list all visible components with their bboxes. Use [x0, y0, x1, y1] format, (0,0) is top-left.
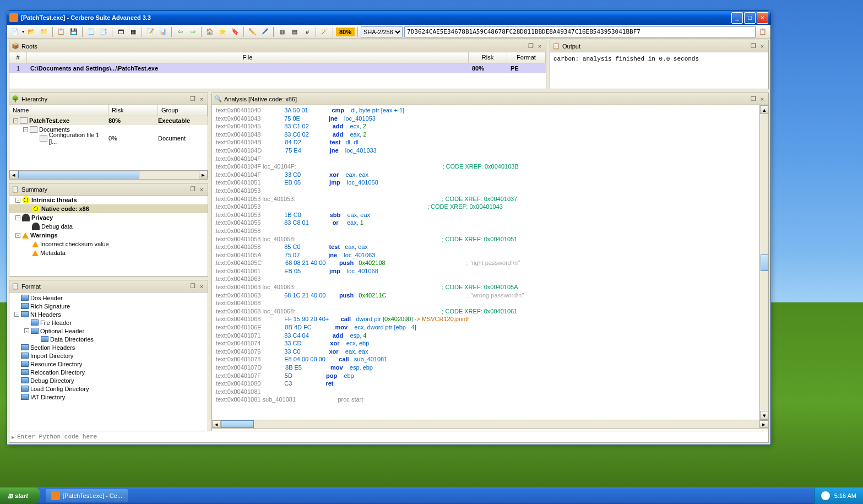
code-vscroll[interactable]: ▴▾: [759, 105, 768, 420]
taskbar-item[interactable]: [PatchTest.exe] - Ce...: [46, 489, 128, 502]
minimize-button[interactable]: _: [731, 12, 743, 24]
format-item[interactable]: Dos Header: [10, 294, 207, 302]
text-icon[interactable]: 📝: [145, 26, 156, 37]
copy-icon[interactable]: 📑: [98, 26, 109, 37]
code-hscroll[interactable]: ◂▸: [212, 420, 768, 429]
grid1-icon[interactable]: ▥: [276, 26, 287, 37]
csv-icon[interactable]: 📊: [158, 26, 169, 37]
hierarchy-icon: 🌳: [12, 95, 19, 103]
open-cfg-icon[interactable]: 📄: [9, 26, 20, 37]
format-item[interactable]: Relocation Directory: [10, 368, 207, 376]
system-tray[interactable]: 5:16 AM: [814, 487, 863, 504]
summary-item[interactable]: -Privacy: [9, 213, 208, 222]
page-icon[interactable]: 📋: [56, 26, 67, 37]
clock: 5:16 AM: [834, 492, 856, 499]
close-button[interactable]: ×: [757, 12, 768, 24]
hierarchy-header: NameRiskGroup: [9, 105, 208, 116]
format-item[interactable]: Load Config Directory: [10, 384, 207, 393]
folder-icon[interactable]: 📁: [39, 26, 50, 37]
bookmark-icon[interactable]: 🔖: [230, 26, 241, 37]
main-toolbar: 📄▾ 📂 📁 📋 💾 📃 📑 🗔 ▦ 📝 📊 ⇦ ⇨ 🏠 ⭐ 🔖 ✏️ 🖊️ ▥…: [7, 25, 770, 39]
panel-float-icon[interactable]: ❐: [527, 42, 535, 50]
output-panel: 📋Output❐× carbon: analysis finished in 0…: [550, 40, 769, 89]
wand-icon[interactable]: 🪄: [319, 26, 330, 37]
summary-item[interactable]: Incorrect checksum value: [9, 240, 208, 248]
roots-icon: 📦: [12, 42, 19, 50]
python-input[interactable]: [17, 433, 766, 440]
panel-close-icon[interactable]: ×: [758, 42, 766, 50]
summary-icon: 📋: [12, 186, 19, 193]
open-icon[interactable]: 📂: [26, 26, 37, 37]
hash-value-field[interactable]: [404, 26, 756, 37]
window-title: [PatchTest.exe] - Cerbero Suite Advanced…: [21, 14, 151, 21]
summary-panel: 📋Summary❐× -Intrinsic threatsNative code…: [9, 183, 208, 277]
taskbar: ⊞start [PatchTest.exe] - Ce... 5:16 AM: [0, 487, 863, 504]
panel-float-icon[interactable]: ❐: [750, 95, 757, 103]
summary-item[interactable]: Debug data: [9, 222, 208, 231]
summary-item[interactable]: -Intrinsic threats: [9, 196, 208, 204]
panel-float-icon[interactable]: ❐: [189, 186, 197, 193]
analysis-panel: 🔍Analysis [Native code: x86]❐× .text:0x0…: [211, 93, 769, 441]
save-icon[interactable]: 💾: [68, 26, 79, 37]
risk-percent: 80%: [336, 28, 355, 36]
panel-close-icon[interactable]: ×: [536, 42, 544, 50]
format-item[interactable]: Rich Signature: [10, 302, 207, 310]
panel-float-icon[interactable]: ❐: [750, 42, 757, 50]
tray-icon[interactable]: [821, 491, 830, 500]
summary-title: Summary: [21, 186, 188, 193]
hash-algo-select[interactable]: SHA-2/256: [361, 26, 403, 37]
format-item[interactable]: Resource Directory: [10, 360, 207, 368]
maximize-button[interactable]: □: [744, 12, 756, 24]
panel-close-icon[interactable]: ×: [198, 186, 205, 193]
disassembly-view[interactable]: .text:0x00401040 3A 50 01 cmp dl, byte p…: [212, 105, 759, 420]
format-item[interactable]: IAT Directory: [10, 393, 207, 401]
summary-item[interactable]: -Warnings: [9, 231, 208, 240]
hierarchy-panel: 🌳Hierarchy❐× NameRiskGroup -PatchTest.ex…: [9, 93, 208, 180]
copy-hash-icon[interactable]: 📋: [757, 26, 768, 37]
summary-item[interactable]: Metadata: [9, 248, 208, 257]
format-item[interactable]: -Optional Header: [10, 327, 207, 335]
format-icon: 📋: [12, 283, 19, 290]
hierarchy-row[interactable]: -PatchTest.exe80%Executable: [9, 116, 208, 125]
hash-icon[interactable]: #: [302, 26, 313, 37]
python-input-bar[interactable]: ▸: [9, 431, 769, 443]
python-icon: ▸: [12, 433, 15, 441]
format-panel: 📋Format❐× Dos HeaderRich Signature-Nt He…: [9, 280, 208, 441]
panel-close-icon[interactable]: ×: [198, 283, 205, 290]
tool-icon[interactable]: 🖊️: [259, 26, 270, 37]
main-window: [PatchTest.exe] - Cerbero Suite Advanced…: [7, 10, 771, 445]
output-text: carbon: analysis finished in 0.0 seconds: [550, 52, 768, 89]
roots-row[interactable]: 1C:\Documents and Settings\...\PatchTest…: [9, 63, 546, 73]
layout-icon[interactable]: ▦: [128, 26, 139, 37]
roots-header: #FileRiskFormat: [9, 52, 546, 63]
output-title: Output: [562, 43, 748, 50]
app-icon: [9, 13, 18, 22]
fwd-icon[interactable]: ⇨: [187, 26, 198, 37]
grid2-icon[interactable]: ▤: [289, 26, 300, 37]
back-icon[interactable]: ⇦: [175, 26, 186, 37]
analysis-title: Analysis [Native code: x86]: [224, 96, 748, 102]
format-item[interactable]: -Nt Headers: [10, 310, 207, 318]
edit-icon[interactable]: ✏️: [247, 26, 258, 37]
format-item[interactable]: Import Directory: [10, 351, 207, 360]
roots-panel: 📦Roots❐× #FileRiskFormat 1C:\Documents a…: [9, 40, 546, 89]
star-icon[interactable]: ⭐: [217, 26, 228, 37]
doc-icon[interactable]: 📃: [85, 26, 96, 37]
format-item[interactable]: File Header: [10, 318, 207, 327]
format-item[interactable]: Debug Directory: [10, 376, 207, 384]
format-item[interactable]: Section Headers: [10, 343, 207, 351]
hier-hscroll[interactable]: ◂▸: [9, 170, 208, 179]
summary-item[interactable]: Native code: x86: [9, 204, 208, 213]
start-button[interactable]: ⊞start: [0, 487, 40, 504]
hierarchy-title: Hierarchy: [21, 96, 188, 102]
titlebar[interactable]: [PatchTest.exe] - Cerbero Suite Advanced…: [7, 10, 770, 25]
panel-float-icon[interactable]: ❐: [189, 95, 197, 103]
roots-title: Roots: [21, 43, 526, 50]
window-icon[interactable]: 🗔: [115, 26, 126, 37]
panel-close-icon[interactable]: ×: [198, 95, 205, 103]
panel-float-icon[interactable]: ❐: [189, 283, 197, 290]
format-item[interactable]: Data Directories: [10, 335, 207, 343]
hierarchy-row[interactable]: Configuration file 1 [l...0%Document: [9, 134, 208, 143]
home-icon[interactable]: 🏠: [204, 26, 215, 37]
panel-close-icon[interactable]: ×: [758, 95, 766, 103]
